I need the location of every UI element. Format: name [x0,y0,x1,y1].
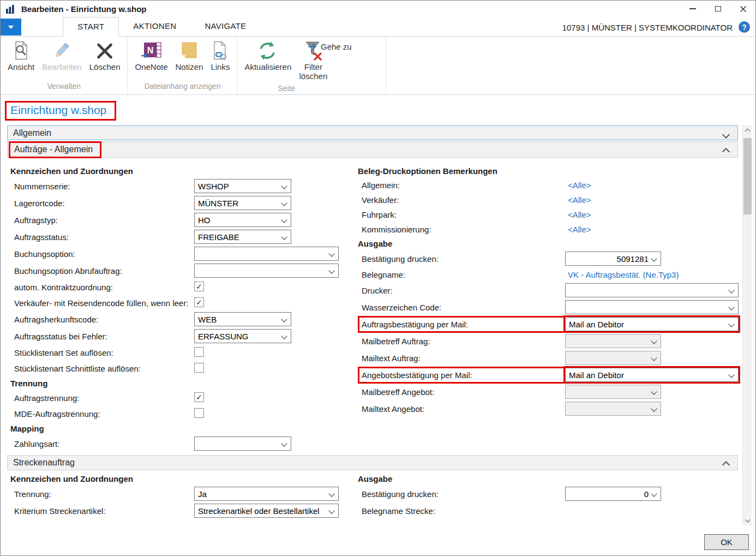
chevron-down-icon[interactable] [723,130,729,140]
zahlungsart-combobox[interactable] [194,437,291,451]
minimize-button[interactable] [680,1,705,17]
tab-start[interactable]: START [63,17,119,37]
lagerortcode-combobox[interactable]: MÜNSTER [194,196,291,210]
scroll-up-button[interactable] [743,125,752,135]
ansicht-button[interactable]: Ansicht [4,38,38,73]
bestaetigung-drucken-combobox[interactable]: 5091281 [565,252,661,266]
fasttab-streckenauftrag[interactable]: Streckenauftrag [7,455,738,470]
chevron-down-icon [281,333,287,339]
field-label: Allgemein: [358,178,565,193]
scroll-down-button[interactable] [743,516,752,525]
field-label: Fuhrpark: [358,207,565,222]
ribbon: Ansicht Bearbeiten [1,37,755,95]
auftragsbestaetigung-per-mail-combobox[interactable]: Mail an Debitor [565,317,739,331]
tab-aktionen[interactable]: AKTIONEN [119,17,190,37]
field-label: Angebotsbestätigung per Mail: [358,367,565,384]
go-to-arrow-icon [308,43,317,50]
field-row: autom. Kontraktzuordnung: ✓ [10,279,355,295]
loeschen-button[interactable]: Löschen [86,38,124,73]
field-row: Kriterium Streckenartikel: Streckenartik… [10,503,355,519]
field-row: Mailbetreff Auftrag: [358,333,740,350]
field-label: Auftragstyp: [10,212,194,229]
field-row: Drucker: [358,282,740,299]
field-label: Bestätigung drucken: [358,250,565,267]
chevron-down-icon [281,316,287,322]
fasttab-allgemein[interactable]: Allgemein [7,125,738,140]
notizen-button[interactable]: Notizen [172,38,207,73]
chevron-down-icon [728,304,734,310]
bemerkung-allgemein-link[interactable]: <Alle> [568,178,591,193]
fasttab-auftraege-allgemein[interactable]: Aufträge - Allgemein [7,141,738,158]
help-icon[interactable]: ? [739,21,750,33]
mailtext-angebot-combobox[interactable] [565,402,661,416]
ok-button[interactable]: OK [704,534,749,550]
belegname-link[interactable]: VK - Auftragsbestät. (Ne.Typ3) [568,267,679,282]
field-label: Mailtext Auftrag: [358,350,565,367]
autom-kontraktzuordnung-checkbox[interactable]: ✓ [194,282,204,291]
field-label: Auftragsherkunftscode: [10,311,194,328]
chevron-down-icon [8,26,14,29]
stuecklistenart-set-checkbox[interactable] [194,347,204,357]
links-button[interactable]: Links [207,38,233,73]
close-button[interactable] [730,1,755,17]
mailbetreff-auftrag-combobox[interactable] [565,334,661,348]
window-controls [680,1,755,17]
field-row: Stücklistenart Schnittliste auflösen: [10,361,355,376]
gehe-zu-button[interactable]: Gehe zu [308,42,352,51]
kriterium-streckenartikel-combobox[interactable]: Streckenartikel oder Bestellartikel [194,504,339,518]
chevron-down-icon [281,440,287,446]
chevron-up-icon[interactable] [723,146,729,157]
field-row: Mailbetreff Angebot: [358,384,740,400]
field-row: Lagerortcode: MÜNSTER [10,195,355,212]
user-status: 10793 | MÜNSTER | SYSTEMKOORDINATOR [562,23,733,32]
chevron-up-icon[interactable] [723,459,729,470]
field-label: Auftragsstatus: [10,229,194,246]
bemerkung-verkaeufer-link[interactable]: <Alle> [568,193,591,207]
field-label: Belegname: [358,267,565,282]
auftragsherkunftscode-combobox[interactable]: WEB [194,312,291,326]
bemerkung-kommissionierung-link[interactable]: <Alle> [568,222,591,237]
aktualisieren-button[interactable]: Aktualisieren [241,38,294,73]
vertical-scrollbar[interactable] [742,125,752,525]
onenote-button[interactable]: N OneNote [131,38,171,73]
bemerkung-fuhrpark-link[interactable]: <Alle> [568,207,591,222]
field-row: Fuhrpark: <Alle> [358,207,740,222]
buchungsoption-combobox[interactable] [194,247,339,261]
auftragstyp-combobox[interactable]: HO [194,213,291,227]
auftragsstatus-bei-fehler-combobox[interactable]: ERFASSUNG [194,329,291,343]
field-row: Nummernserie: WSHOP [10,178,355,195]
group-header: Mapping [10,422,355,435]
field-label: autom. Kontraktzuordnung: [10,279,194,295]
maximize-button[interactable] [705,1,730,17]
mailtext-auftrag-combobox[interactable] [565,351,661,365]
auftragstrennung-checkbox[interactable]: ✓ [194,392,204,402]
verkaeufer-reisendencode-checkbox[interactable]: ✓ [194,297,204,307]
bearbeiten-button[interactable]: Bearbeiten [38,38,86,73]
drucker-combobox[interactable] [565,283,739,297]
buchungsoption-abrufauftrag-combobox[interactable] [194,264,339,278]
window-title: Bearbeiten - Einrichtung w.shop [21,4,146,14]
chevron-down-icon [281,234,287,240]
app-menu-button[interactable] [1,19,21,35]
fasttab-strecken-title: Streckenauftrag [13,458,75,468]
field-label: Trennung: [10,486,194,503]
mailbetreff-angebot-combobox[interactable] [565,385,661,399]
scrollbar-thumb[interactable] [743,138,752,214]
strecken-right-column: Ausgabe Bestätigung drucken: 0 Belegname… [358,472,740,519]
auftragsstatus-combobox[interactable]: FREIGABE [194,230,291,244]
chevron-down-icon [281,183,287,189]
field-label: Stücklistenart Schnittliste auflösen: [10,361,194,376]
stuecklistenart-schnittliste-checkbox[interactable] [194,363,204,373]
wasserzeichen-code-combobox[interactable] [565,300,739,314]
tab-navigate[interactable]: NAVIGATE [190,17,260,37]
mde-auftragstrennung-checkbox[interactable] [194,408,204,418]
field-row: Auftragsherkunftscode: WEB [10,311,355,328]
app-icon [5,4,16,14]
nummernserie-combobox[interactable]: WSHOP [194,179,291,193]
strecken-trennung-combobox[interactable]: Ja [194,487,339,501]
field-row: Auftragsstatus: FREIGABE [10,229,355,246]
angebotsbestaetigung-per-mail-combobox[interactable]: Mail an Debitor [565,368,739,382]
strecken-bestaetigung-drucken-combobox[interactable]: 0 [565,487,661,501]
field-row: Allgemein: <Alle> [358,178,740,193]
svg-text:N: N [147,46,153,55]
